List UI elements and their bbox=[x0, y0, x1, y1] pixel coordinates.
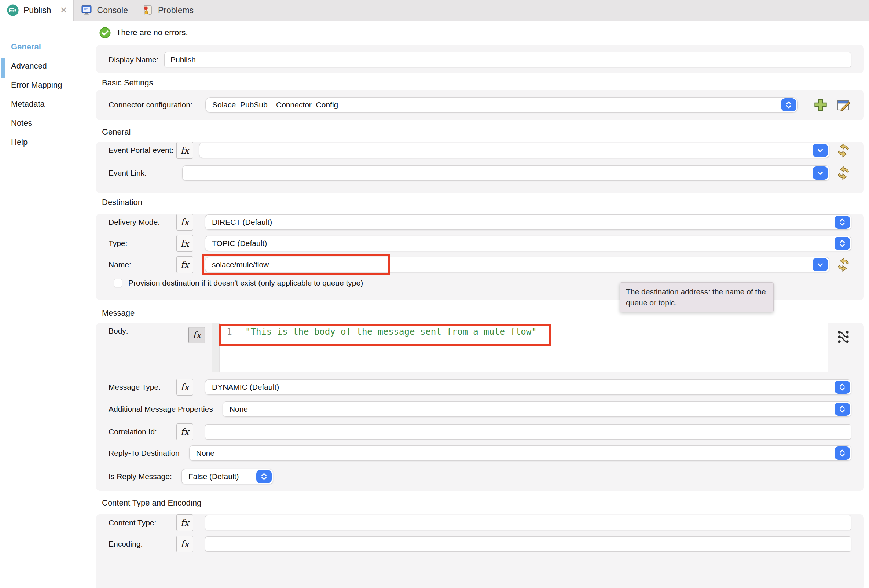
name-label: Name: bbox=[108, 260, 176, 269]
editor-margin-strip bbox=[212, 323, 219, 372]
tab-problems[interactable]: Problems bbox=[135, 0, 200, 21]
chevron-updown-icon[interactable] bbox=[781, 98, 796, 111]
transform-mapping-icon[interactable] bbox=[835, 329, 851, 345]
sidebar-item-general[interactable]: General bbox=[0, 37, 85, 56]
body-code-text[interactable]: "This is the body of the message sent fr… bbox=[239, 323, 828, 372]
reply-to-value: None bbox=[190, 449, 215, 458]
connector-config-label: Connector configuration: bbox=[108, 101, 205, 109]
body-label: Body: bbox=[108, 327, 188, 335]
chevron-down-icon[interactable] bbox=[813, 144, 828, 157]
name-combo[interactable]: solace/mule/flow bbox=[205, 257, 829, 273]
fx-button-active[interactable]: fx bbox=[188, 327, 205, 344]
fx-button[interactable]: fx bbox=[176, 256, 193, 273]
connector-config-select[interactable]: Solace_PubSub__Connector_Config bbox=[205, 97, 798, 113]
encoding-label: Encoding: bbox=[108, 540, 176, 548]
section-title-content: Content Type and Encoding bbox=[102, 498, 869, 508]
tab-problems-label: Problems bbox=[158, 6, 194, 15]
content-type-label: Content Type: bbox=[108, 518, 176, 527]
tab-publish-label: Publish bbox=[24, 6, 51, 15]
is-reply-select[interactable]: False (Default) bbox=[181, 469, 273, 484]
event-portal-label: Event Portal event: bbox=[108, 146, 176, 155]
add-config-button[interactable] bbox=[813, 97, 829, 113]
tab-publish[interactable]: Publish ✕ bbox=[0, 0, 74, 21]
additional-props-select[interactable]: None bbox=[222, 401, 851, 417]
publish-connector-icon bbox=[7, 4, 19, 16]
refresh-icon[interactable] bbox=[835, 142, 851, 158]
validation-status: There are no errors. bbox=[99, 26, 869, 39]
content-panel: Content Type: fx Encoding: fx bbox=[96, 514, 864, 588]
chevron-updown-icon[interactable] bbox=[835, 446, 850, 460]
content-type-input[interactable] bbox=[205, 515, 851, 530]
additional-props-label: Additional Message Properties bbox=[108, 405, 213, 413]
refresh-icon[interactable] bbox=[835, 256, 851, 273]
chevron-updown-icon[interactable] bbox=[835, 381, 850, 394]
fx-button[interactable]: fx bbox=[176, 536, 193, 552]
fx-button[interactable]: fx bbox=[176, 379, 193, 395]
fx-button[interactable]: fx bbox=[176, 142, 193, 159]
status-text: There are no errors. bbox=[116, 28, 188, 37]
sidebar-item-label: Notes bbox=[11, 118, 32, 127]
name-value: solace/mule/flow bbox=[205, 260, 269, 269]
encoding-input[interactable] bbox=[205, 536, 851, 552]
destination-name-tooltip: The destination address: the name of the… bbox=[620, 282, 774, 313]
delivery-mode-value: DIRECT (Default) bbox=[205, 218, 272, 227]
delivery-mode-select[interactable]: DIRECT (Default) bbox=[205, 215, 851, 230]
event-link-select[interactable] bbox=[182, 165, 829, 181]
chevron-down-icon[interactable] bbox=[813, 258, 828, 271]
general-panel: Event Portal event: fx bbox=[96, 142, 864, 193]
fx-button[interactable]: fx bbox=[176, 424, 193, 440]
tab-console[interactable]: Console bbox=[74, 0, 135, 21]
edit-config-button[interactable] bbox=[835, 97, 851, 113]
body-row: Body: fx 1 "This is the body of the mess… bbox=[108, 323, 851, 372]
tab-console-label: Console bbox=[97, 6, 128, 15]
message-panel: Body: fx 1 "This is the body of the mess… bbox=[96, 323, 864, 491]
additional-props-value: None bbox=[223, 405, 248, 413]
message-type-select[interactable]: DYNAMIC (Default) bbox=[205, 379, 851, 395]
display-name-input[interactable] bbox=[164, 52, 851, 67]
sidebar-item-help[interactable]: Help bbox=[0, 133, 85, 152]
display-name-panel: Display Name: bbox=[96, 45, 864, 73]
basic-settings-panel: Connector configuration: Solace_PubSub__… bbox=[96, 90, 864, 120]
fx-button[interactable]: fx bbox=[176, 214, 193, 231]
event-link-label: Event Link: bbox=[108, 169, 176, 178]
delivery-mode-label: Delivery Mode: bbox=[108, 218, 176, 227]
provision-destination-label: Provision destination if it doesn't exis… bbox=[128, 278, 363, 287]
is-reply-label: Is Reply Message: bbox=[108, 472, 172, 481]
problems-icon bbox=[141, 4, 154, 16]
fx-button[interactable]: fx bbox=[176, 514, 193, 531]
type-label: Type: bbox=[108, 239, 176, 248]
reply-to-select[interactable]: None bbox=[189, 446, 851, 461]
no-errors-check-icon bbox=[99, 27, 111, 39]
properties-editor-window: Publish ✕ Console Pro bbox=[0, 0, 869, 588]
event-portal-select[interactable] bbox=[199, 142, 829, 158]
editor-line-number: 1 bbox=[219, 323, 239, 372]
refresh-icon[interactable] bbox=[835, 165, 851, 181]
provision-destination-checkbox[interactable] bbox=[114, 278, 123, 287]
sidebar-item-label: Help bbox=[11, 138, 28, 147]
section-title-general: General bbox=[102, 127, 869, 137]
message-type-value: DYNAMIC (Default) bbox=[205, 383, 279, 391]
close-tab-icon[interactable]: ✕ bbox=[58, 5, 69, 15]
type-select[interactable]: TOPIC (Default) bbox=[205, 236, 851, 251]
chevron-down-icon[interactable] bbox=[813, 166, 828, 180]
properties-nav-sidebar: General Advanced Error Mapping Metadata … bbox=[0, 21, 85, 588]
section-title-destination: Destination bbox=[102, 198, 869, 207]
sidebar-item-label: Metadata bbox=[11, 99, 45, 108]
sidebar-item-advanced[interactable]: Advanced bbox=[0, 56, 85, 76]
display-name-label: Display Name: bbox=[108, 55, 164, 64]
chevron-updown-icon[interactable] bbox=[835, 403, 850, 416]
sidebar-item-label: General bbox=[11, 42, 41, 51]
bottom-divider bbox=[85, 585, 869, 585]
sidebar-item-label: Advanced bbox=[11, 61, 47, 70]
correlation-id-input[interactable] bbox=[205, 424, 851, 440]
fx-button[interactable]: fx bbox=[176, 235, 193, 252]
chevron-updown-icon[interactable] bbox=[256, 470, 272, 483]
type-value: TOPIC (Default) bbox=[205, 239, 267, 248]
body-code-editor[interactable]: 1 "This is the body of the message sent … bbox=[212, 323, 828, 372]
sidebar-item-notes[interactable]: Notes bbox=[0, 114, 85, 133]
chevron-updown-icon[interactable] bbox=[835, 216, 850, 229]
sidebar-item-metadata[interactable]: Metadata bbox=[0, 95, 85, 114]
sidebar-item-error-mapping[interactable]: Error Mapping bbox=[0, 76, 85, 95]
properties-main-panel: There are no errors. Display Name: Basic… bbox=[85, 21, 869, 588]
chevron-updown-icon[interactable] bbox=[835, 237, 850, 250]
